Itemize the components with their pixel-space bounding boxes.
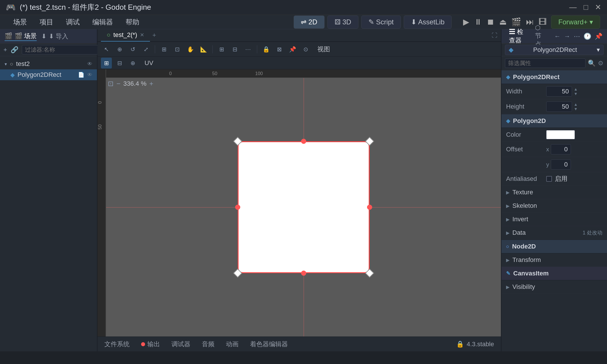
bottom-audio[interactable]: 音频	[202, 340, 214, 349]
tool-scale[interactable]: ⤢	[140, 44, 151, 55]
svg-text:0: 0	[169, 71, 172, 76]
invert-header[interactable]: ▶ Invert	[501, 213, 607, 226]
minimize-button[interactable]: —	[569, 3, 577, 12]
add-node-button[interactable]: +	[3, 46, 7, 54]
filter-input[interactable]	[22, 45, 101, 54]
texture-header[interactable]: ▶ Texture	[501, 186, 607, 199]
tool-bone[interactable]: ⊡	[172, 44, 183, 55]
data-header[interactable]: ▶ Data 1 处改动	[501, 226, 607, 239]
tree-item-test2[interactable]: ▾ ○ test2 👁	[0, 58, 97, 69]
handle-middle-right[interactable]	[367, 205, 372, 210]
handle-top-center[interactable]	[301, 139, 306, 144]
offset-y-label: y	[546, 161, 549, 168]
stop-button[interactable]: ⏹	[487, 17, 495, 27]
tool-rotate[interactable]: ↺	[127, 44, 138, 55]
width-input[interactable]	[546, 86, 572, 97]
tool-target[interactable]: ⊙	[300, 44, 311, 55]
view-button[interactable]: 视图	[313, 44, 334, 55]
play-button[interactable]: ▶	[463, 17, 469, 27]
mode-assetlib-button[interactable]: ⬇ AssetLib	[404, 15, 452, 29]
maximize-button[interactable]: □	[583, 3, 588, 12]
visibility-toggle-polygon[interactable]: 👁	[87, 72, 92, 78]
offset-y-input[interactable]	[551, 159, 571, 170]
zoom-in-button[interactable]: +	[149, 80, 153, 88]
height-up-button[interactable]: ▲	[574, 102, 578, 106]
movie-button[interactable]: 🎬	[511, 17, 521, 27]
inspector-pin-button[interactable]: 📌	[595, 33, 602, 40]
tool-pan[interactable]: ✋	[185, 44, 196, 55]
canvas-tab-test2[interactable]: ○ test_2(*) ✕	[101, 29, 150, 42]
inspector-history-button[interactable]: 🕐	[583, 33, 591, 40]
offset-x-input[interactable]	[551, 144, 571, 154]
tool-grid-vis[interactable]: ⊠	[274, 44, 285, 55]
menu-debug[interactable]: 调试	[60, 15, 86, 29]
uv-select-button[interactable]: ⊞	[101, 58, 112, 69]
uv-delete-button[interactable]: ⊟	[114, 58, 125, 69]
height-input[interactable]	[546, 101, 572, 112]
mode-script-button[interactable]: ✎ Script	[361, 15, 401, 29]
color-swatch[interactable]	[546, 130, 575, 139]
canvas-tab-close-button[interactable]: ✕	[140, 32, 144, 38]
svg-text:50: 50	[212, 71, 217, 76]
visibility-header[interactable]: ▶ Visibility	[501, 280, 607, 293]
svg-text:50: 50	[97, 124, 102, 130]
inspector-forward-button[interactable]: →	[564, 33, 570, 40]
step-button[interactable]: ⏏	[499, 17, 507, 27]
close-button[interactable]: ✕	[595, 3, 601, 12]
toolbar-separator-3	[257, 45, 257, 53]
width-up-button[interactable]: ▲	[574, 87, 578, 91]
canvas-viewport[interactable]: 0 50 100 0 50	[97, 69, 501, 336]
tool-polygon[interactable]: ⊞	[216, 44, 227, 55]
menu-scene[interactable]: 场景	[7, 15, 33, 29]
left-panel: 🎬 🎬 场景 ⬇ ⬇ 导入 + 🔗 🔍 ⊞ ⋮ ▾ ○ test2 👁 ◆ Po…	[0, 29, 97, 351]
tool-more-2d[interactable]: ⋯	[243, 44, 253, 55]
tree-item-polygon2drect[interactable]: ◆ Polygon2DRect 📄 👁	[0, 69, 97, 80]
polygon2drect-shape[interactable]	[238, 141, 370, 273]
visibility-toggle[interactable]: 👁	[87, 61, 92, 67]
tab-inspector[interactable]: ☰ 检查器	[506, 26, 528, 46]
mode-3d-button[interactable]: ⚄ 3D	[327, 15, 358, 29]
inspector-more-button[interactable]: ⋯	[574, 33, 580, 40]
inspector-back-button[interactable]: ←	[554, 33, 561, 40]
node-selector[interactable]: ◆ Polygon2DRect ▾	[505, 45, 604, 55]
pause-button[interactable]: ⏸	[474, 17, 482, 27]
bottom-debugger[interactable]: 调试器	[171, 340, 190, 349]
menu-editor[interactable]: 编辑器	[86, 15, 119, 29]
tab-scene[interactable]: 🎬 🎬 场景	[5, 32, 37, 41]
tool-select[interactable]: ↖	[101, 44, 112, 55]
tool-lock[interactable]: 🔒	[261, 44, 272, 55]
antialiased-checkbox[interactable]	[546, 176, 552, 182]
width-down-button[interactable]: ▼	[574, 92, 578, 96]
transform-header[interactable]: ▶ Transform	[501, 253, 607, 267]
uv-move-button[interactable]: ⊕	[127, 58, 138, 69]
tool-move[interactable]: ⊕	[114, 44, 125, 55]
scene-tree: ▾ ○ test2 👁 ◆ Polygon2DRect 📄 👁	[0, 56, 97, 83]
tool-pin[interactable]: 📌	[287, 44, 298, 55]
zoom-fit-button[interactable]: ⊡	[108, 80, 114, 88]
canvas-expand-button[interactable]: ⛶	[492, 32, 497, 39]
tool-grid-select[interactable]: ⊞	[159, 44, 169, 55]
uv-label-button[interactable]: UV	[140, 58, 157, 69]
link-button[interactable]: 🔗	[11, 46, 18, 54]
zoom-out-button[interactable]: −	[116, 80, 120, 88]
property-filter-input[interactable]	[505, 58, 585, 68]
bottom-shader-editor[interactable]: 着色器编辑器	[250, 340, 288, 349]
bottom-filesystem[interactable]: 文件系统	[104, 340, 130, 349]
handle-middle-left[interactable]	[235, 205, 240, 210]
tab-import[interactable]: ⬇ ⬇ 导入	[41, 32, 68, 41]
canvasitem-icon: ✎	[506, 270, 510, 277]
filter-options-icon[interactable]: ⚙	[598, 60, 604, 67]
menu-project[interactable]: 项目	[33, 15, 60, 29]
bottom-animation[interactable]: 动画	[226, 340, 239, 349]
handle-bottom-center[interactable]	[301, 271, 306, 276]
tool-ruler[interactable]: 📐	[198, 44, 209, 55]
skeleton-header[interactable]: ▶ Skeleton	[501, 199, 607, 212]
canvas-tab-add-button[interactable]: +	[152, 32, 156, 39]
tool-cut[interactable]: ⊟	[229, 44, 240, 55]
renderer-forward-button[interactable]: Forward+ ▾	[551, 15, 600, 29]
bottom-output[interactable]: 输出	[141, 340, 160, 349]
mode-2d-button[interactable]: ⇌ 2D	[294, 15, 324, 29]
menu-help[interactable]: 帮助	[119, 15, 146, 29]
height-down-button[interactable]: ▼	[574, 107, 578, 111]
property-width: Width ▲ ▼	[501, 84, 607, 99]
